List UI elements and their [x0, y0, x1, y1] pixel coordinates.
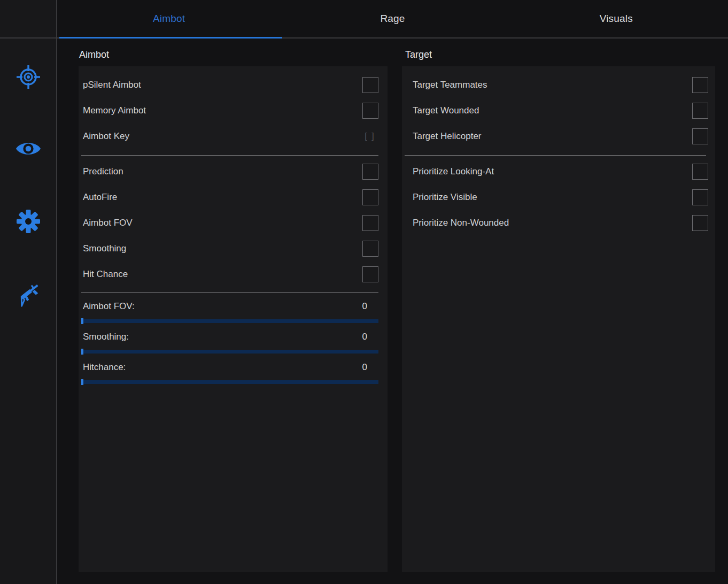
option-row: Aimbot Key[ ]	[79, 124, 388, 149]
sidebar	[0, 0, 57, 584]
tab-rage[interactable]: Rage	[281, 0, 504, 37]
option-row: Prioritize Visible	[402, 185, 715, 210]
slider-head: Smoothing:0	[79, 327, 388, 347]
checkbox[interactable]	[692, 164, 708, 180]
tab-visuals[interactable]: Visuals	[505, 0, 728, 37]
slider-value: 0	[362, 301, 367, 312]
option-row: AutoFire	[79, 185, 388, 210]
option-group: Prioritize Looking-AtPrioritize VisibleP…	[402, 156, 715, 236]
option-row: Target Helicopter	[402, 124, 715, 149]
option-row: Prioritize Non-Wounded	[402, 210, 715, 236]
checkbox[interactable]	[692, 103, 708, 119]
checkbox[interactable]	[692, 128, 708, 144]
gear-icon[interactable]	[15, 208, 42, 235]
slider-label: Hitchance:	[83, 362, 362, 373]
option-row: Memory Aimbot	[79, 98, 388, 124]
option-label: Smoothing	[83, 243, 362, 254]
tab-aimbot[interactable]: Aimbot	[57, 0, 281, 37]
checkbox[interactable]	[362, 266, 378, 282]
option-label: Prediction	[83, 166, 362, 177]
checkbox[interactable]	[362, 215, 378, 231]
option-label: Target Teammates	[413, 80, 692, 90]
checkbox[interactable]	[362, 241, 378, 257]
rifle-icon[interactable]	[15, 280, 42, 307]
option-label: Aimbot FOV	[83, 218, 362, 228]
target-panel: Target TeammatesTarget WoundedTarget Hel…	[402, 66, 715, 572]
option-row: Prioritize Looking-At	[402, 159, 715, 185]
slider-handle[interactable]	[81, 379, 83, 385]
option-label: Prioritize Visible	[413, 192, 692, 203]
slider-label: Smoothing:	[83, 332, 362, 342]
slider-handle[interactable]	[81, 318, 83, 324]
checkbox[interactable]	[362, 103, 378, 119]
slider: Aimbot FOV:0	[79, 293, 388, 323]
slider-head: Hitchance:0	[79, 358, 388, 377]
slider-handle[interactable]	[81, 349, 83, 355]
section-heading-aimbot: Aimbot	[79, 49, 109, 60]
option-group: Aimbot FOV:0Smoothing:0Hitchance:0	[79, 293, 388, 384]
option-label: Hit Chance	[83, 269, 362, 280]
slider-track[interactable]	[81, 319, 378, 323]
option-row: Hit Chance	[79, 262, 388, 287]
crosshair-icon[interactable]	[15, 64, 42, 90]
slider-value: 0	[362, 332, 367, 342]
checkbox[interactable]	[692, 77, 708, 93]
tab-bar: AimbotRageVisuals	[57, 0, 728, 37]
option-label: AutoFire	[83, 192, 362, 203]
option-label: Prioritize Non-Wounded	[413, 218, 692, 228]
keybind-button[interactable]: [ ]	[361, 132, 378, 141]
slider-track[interactable]	[81, 380, 378, 384]
active-tab-underline	[59, 37, 282, 39]
cheat-menu-window: AimbotRageVisuals Aimbot Target pSilent …	[0, 0, 728, 584]
option-row: Aimbot FOV	[79, 210, 388, 236]
option-label: Memory Aimbot	[83, 105, 362, 116]
checkbox[interactable]	[362, 189, 378, 205]
slider: Hitchance:0	[79, 354, 388, 384]
option-label: Aimbot Key	[83, 131, 361, 142]
option-label: Target Helicopter	[413, 131, 692, 142]
slider-value: 0	[362, 362, 367, 373]
checkbox[interactable]	[362, 164, 378, 180]
option-group: Target TeammatesTarget WoundedTarget Hel…	[402, 72, 715, 149]
eye-icon[interactable]	[15, 135, 42, 162]
section-heading-target: Target	[405, 49, 432, 60]
checkbox[interactable]	[692, 215, 708, 231]
option-row: Smoothing	[79, 236, 388, 262]
option-row: pSilent Aimbot	[79, 72, 388, 98]
option-group: PredictionAutoFireAimbot FOVSmoothingHit…	[79, 156, 388, 287]
slider-label: Aimbot FOV:	[83, 301, 362, 312]
option-label: pSilent Aimbot	[83, 80, 362, 90]
slider-track[interactable]	[81, 350, 378, 354]
checkbox[interactable]	[692, 189, 708, 205]
option-row: Target Teammates	[402, 72, 715, 98]
aimbot-panel: pSilent AimbotMemory AimbotAimbot Key[ ]…	[79, 66, 388, 572]
option-row: Target Wounded	[402, 98, 715, 124]
option-group: pSilent AimbotMemory AimbotAimbot Key[ ]	[79, 72, 388, 149]
slider-head: Aimbot FOV:0	[79, 297, 388, 316]
option-label: Prioritize Looking-At	[413, 166, 692, 177]
option-label: Target Wounded	[413, 105, 692, 116]
option-row: Prediction	[79, 159, 388, 185]
slider: Smoothing:0	[79, 323, 388, 354]
checkbox[interactable]	[362, 77, 378, 93]
